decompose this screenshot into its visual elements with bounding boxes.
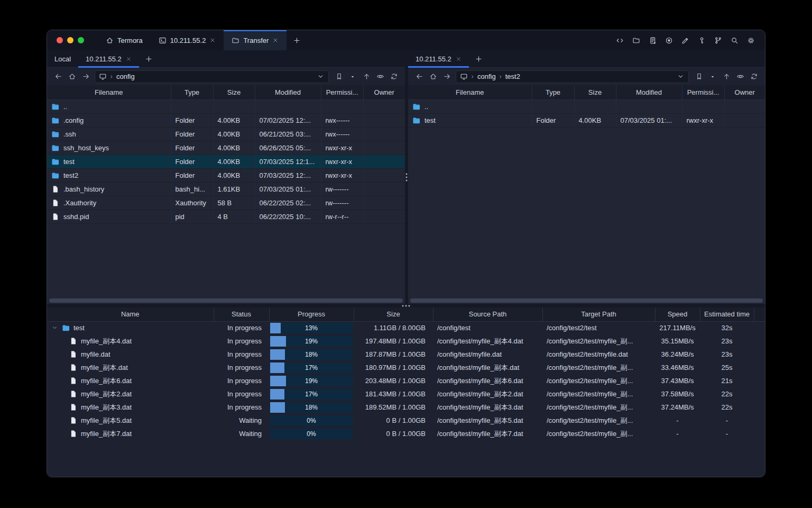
code-button[interactable] — [613, 33, 626, 47]
pencil-button[interactable] — [678, 33, 692, 47]
breadcrumb-segment[interactable]: config — [477, 72, 496, 80]
caret-down-button[interactable] — [706, 70, 719, 83]
breadcrumb-segment[interactable]: config — [116, 72, 135, 80]
new-panel-tab-button[interactable] — [139, 50, 159, 67]
key-button[interactable] — [695, 33, 708, 47]
refresh-button[interactable] — [387, 70, 401, 83]
home-button[interactable] — [426, 70, 440, 83]
transfer-column-header-speed[interactable]: Speed — [655, 307, 700, 321]
file-row[interactable]: .. — [47, 99, 405, 113]
column-header-permissi[interactable]: Permissi... — [682, 85, 724, 99]
file-row[interactable]: .XauthorityXauthority58 B06/22/2025 02:.… — [47, 196, 405, 210]
file-row[interactable]: ssh_host_keysFolder4.00KB06/26/2025 05:.… — [47, 141, 405, 155]
transfer-column-header-estimated-time[interactable]: Estimated time — [700, 307, 754, 321]
file-row[interactable]: .configFolder4.00KB07/02/2025 12:...rwx-… — [47, 113, 405, 127]
file-row[interactable]: test2Folder4.00KB07/03/2025 12:...rwxr-x… — [47, 168, 405, 182]
document-button[interactable] — [645, 33, 659, 47]
row-expander-icon[interactable] — [51, 324, 58, 331]
window-tab-10-211-55-2[interactable]: 10.211.55.2 — [151, 30, 224, 50]
eye-button[interactable] — [733, 70, 747, 83]
column-header-size[interactable]: Size — [213, 85, 255, 99]
transfer-column-header-size[interactable]: Size — [354, 307, 433, 321]
search-button[interactable] — [727, 33, 741, 47]
close-window-button[interactable] — [57, 37, 63, 43]
transfer-row[interactable]: myfile_副本.datIn progress17%180.97MB / 1.… — [47, 361, 765, 374]
column-header-modified[interactable]: Modified — [616, 85, 682, 99]
file-size: 4.00KB — [213, 141, 255, 155]
column-header-type[interactable]: Type — [171, 85, 213, 99]
file-row[interactable]: testFolder4.00KB07/03/2025 12:1...rwxr-x… — [47, 155, 405, 168]
home-button[interactable] — [65, 70, 79, 83]
horizontal-scrollbar[interactable] — [47, 297, 405, 304]
window-tab-transfer[interactable]: Transfer — [224, 30, 287, 50]
path-breadcrumb[interactable]: config — [95, 70, 329, 83]
column-header-type[interactable]: Type — [532, 85, 574, 99]
transfer-column-header-source-path[interactable]: Source Path — [433, 307, 542, 321]
vertical-splitter[interactable] — [405, 50, 408, 304]
new-panel-tab-button[interactable] — [469, 50, 488, 67]
transfer-row[interactable]: myfile_副本3.datIn progress18%189.52MB / 1… — [47, 401, 765, 414]
panel-tab-local[interactable]: Local — [47, 50, 78, 67]
column-header-permissi[interactable]: Permissi... — [321, 85, 363, 99]
eye-button[interactable] — [373, 70, 387, 83]
new-window-tab-button[interactable] — [287, 30, 307, 50]
zoom-window-button[interactable] — [78, 37, 84, 43]
terminal-icon — [159, 37, 167, 44]
panel-tab-10-211-55-2[interactable]: 10.211.55.2 — [408, 50, 469, 67]
transfer-column-header-status[interactable]: Status — [214, 307, 269, 321]
close-icon[interactable] — [456, 56, 462, 62]
arrow-right-button[interactable] — [440, 70, 454, 83]
transfer-row[interactable]: myfile_副本7.datWaiting0%0 B / 1.00GB/conf… — [47, 427, 765, 440]
transfer-row[interactable]: myfile_副本2.datIn progress17%181.43MB / 1… — [47, 387, 765, 401]
file-row[interactable]: testFolder4.00KB07/03/2025 01:...rwxr-xr… — [408, 113, 765, 127]
horizontal-splitter[interactable] — [47, 304, 765, 307]
caret-down-button[interactable] — [346, 70, 359, 83]
arrow-up-button[interactable] — [719, 70, 733, 83]
minimize-window-button[interactable] — [67, 37, 73, 43]
record-button[interactable] — [662, 33, 676, 47]
transfer-column-header-target-path[interactable]: Target Path — [542, 307, 655, 321]
arrow-left-button[interactable] — [51, 70, 65, 83]
chevron-down-icon[interactable] — [317, 72, 325, 80]
horizontal-scrollbar[interactable] — [408, 297, 765, 304]
close-icon[interactable] — [126, 56, 132, 62]
breadcrumb-segment[interactable]: test2 — [505, 72, 520, 80]
file-row[interactable]: .sshFolder4.00KB06/21/2025 03:...rwx----… — [47, 127, 405, 141]
transfer-row[interactable]: myfile_副本5.datWaiting0%0 B / 1.00GB/conf… — [47, 414, 765, 427]
scrollbar-thumb[interactable] — [49, 298, 403, 303]
file-row[interactable]: .bash_historybash_hi...1.61KB07/03/2025 … — [47, 182, 405, 196]
bookmark-button[interactable] — [692, 70, 706, 83]
file-permissions — [321, 99, 363, 113]
arrow-left-button[interactable] — [412, 70, 426, 83]
transfer-row[interactable]: myfile_副本6.datIn progress19%203.48MB / 1… — [47, 374, 765, 387]
transfer-column-header-name[interactable]: Name — [47, 307, 214, 321]
transfer-column-header-progress[interactable]: Progress — [269, 307, 354, 321]
column-header-filename[interactable]: Filename — [47, 85, 171, 99]
branch-button[interactable] — [711, 33, 725, 47]
path-breadcrumb[interactable]: configtest2 — [456, 70, 689, 83]
scrollbar-thumb[interactable] — [410, 298, 763, 303]
transfer-row[interactable]: testIn progress13%1.11GB / 8.00GB/config… — [47, 321, 765, 334]
bookmark-button[interactable] — [332, 70, 346, 83]
settings-button[interactable] — [744, 33, 758, 47]
panel-tab-10-211-55-2[interactable]: 10.211.55.2 — [78, 50, 139, 67]
transfer-size: 203.48MB / 1.00GB — [354, 374, 433, 387]
column-header-owner[interactable]: Owner — [363, 85, 405, 99]
arrow-up-button[interactable] — [359, 70, 373, 83]
transfer-row[interactable]: myfile.datIn progress18%187.87MB / 1.00G… — [47, 348, 765, 361]
close-icon[interactable] — [272, 37, 279, 43]
file-row[interactable]: sshd.pidpid4 B06/22/2025 10:...rw-r--r-- — [47, 210, 405, 223]
close-icon[interactable] — [209, 37, 216, 43]
folder-button[interactable] — [629, 33, 643, 47]
column-header-filename[interactable]: Filename — [408, 85, 532, 99]
file-row[interactable]: .. — [408, 99, 765, 113]
chevron-down-icon[interactable] — [677, 72, 685, 80]
window-tab-termora[interactable]: Termora — [98, 30, 151, 50]
file-name: test2 — [63, 171, 78, 179]
column-header-modified[interactable]: Modified — [255, 85, 321, 99]
arrow-right-button[interactable] — [79, 70, 93, 83]
column-header-owner[interactable]: Owner — [724, 85, 765, 99]
refresh-button[interactable] — [747, 70, 761, 83]
column-header-size[interactable]: Size — [574, 85, 616, 99]
transfer-row[interactable]: myfile_副本4.datIn progress19%197.48MB / 1… — [47, 334, 765, 348]
